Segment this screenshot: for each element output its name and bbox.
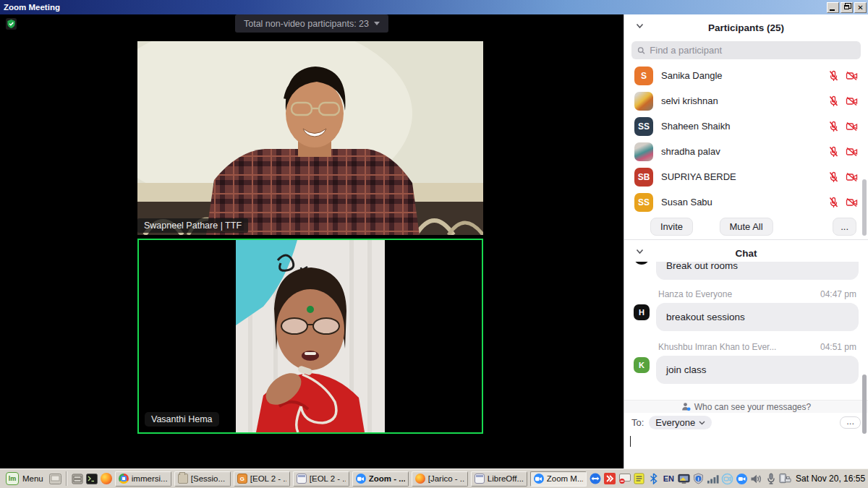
mute-all-button[interactable]: Mute All [719,218,773,236]
taskbar-window-zoom[interactable]: Zoom - ... [352,471,409,487]
avatar: SS [634,117,653,136]
menu-button[interactable]: lm Menu [3,471,46,486]
participant-name-tag: Vasanthi Hema [145,412,219,427]
system-tray: EN i Sat Nov 20, 16:55 [590,473,868,485]
participant-row[interactable]: SS Susan Sabu [624,189,868,215]
avatar: S [634,67,653,85]
recipient-selector[interactable]: Everyone [649,416,712,429]
keyboard-layout-indicator[interactable]: EN [662,474,676,483]
zoom-icon [534,474,544,484]
svg-text:i: i [698,476,699,481]
taskbar-window-zoom-meeting[interactable]: Zoom M... [530,471,587,487]
video-tile-vasanthi[interactable]: Vasanthi Hema [137,239,483,434]
video-tile-swapneel[interactable]: Swapneel Pathare | TTF [137,41,483,235]
participant-row[interactable]: S Sanika Dangle [624,63,868,88]
chat-scrollbar[interactable] [862,374,867,434]
shield-info-icon[interactable]: i [692,473,705,485]
show-desktop-button[interactable] [49,472,61,486]
participant-name: SUPRIYA BERDE [661,171,820,182]
avatar [634,262,650,265]
search-input[interactable] [650,45,855,56]
taskbar-window-session[interactable]: [Sessio... [174,471,231,487]
volume-icon[interactable] [750,473,762,485]
devices-icon[interactable] [779,473,791,485]
window-icon [297,474,307,484]
chat-more-button[interactable]: ... [840,416,861,429]
avatar: SB [634,168,653,187]
chat-time: 04:47 pm [820,289,856,299]
window-title: Zoom Meeting [0,3,60,12]
minimize-icon [830,9,835,11]
firefox-icon [415,474,425,484]
participant-row[interactable]: shradha palav [624,139,868,164]
mic-muted-icon [828,171,839,183]
chat-message: K Khushbu Imran Khan to Ever... 04:51 pm… [634,342,859,384]
non-video-participants-badge[interactable]: Total non-video participants: 23 [235,14,388,33]
participant-name-tag: Swapneel Pathare | TTF [137,218,248,233]
participant-row[interactable]: selvi krishnan [624,88,868,114]
mic-muted-icon [828,197,839,208]
person-icon [681,402,691,411]
display-settings-icon[interactable] [678,473,690,485]
search-icon [637,46,645,55]
chrome-icon [119,474,129,484]
taskbar-separator [66,471,67,486]
mic-muted-icon [828,95,839,107]
chat-input[interactable] [624,432,868,468]
microphone-icon[interactable] [765,473,777,485]
chat-sender: Hanza to Everyone [658,289,820,299]
caret-down-icon [374,22,380,25]
participants-scrollbar[interactable] [862,179,867,236]
clipboard-notes-icon[interactable] [633,473,645,485]
avatar: K [634,357,650,373]
participants-actions: Invite Mute All ... [624,215,868,239]
chat-title: Chat [736,248,757,259]
video-off-icon [846,147,858,157]
invite-button[interactable]: Invite [650,218,693,236]
taskbar-window-immersive[interactable]: immersi... [115,471,171,487]
collapse-participants-chevron-icon[interactable] [636,23,644,29]
chat-message: Break out rooms [634,262,859,280]
text-caret [630,436,631,447]
chat-sender: Khushbu Imran Khan to Ever... [658,342,820,352]
participants-more-button[interactable]: ... [833,218,856,236]
chat-message-list[interactable]: Break out rooms H Hanza to Everyone 04:4… [624,262,868,400]
video-off-icon [846,121,858,132]
file-manager-icon[interactable] [72,472,83,486]
minimize-button[interactable] [827,2,839,13]
restore-icon [844,5,849,9]
chat-privacy-note[interactable]: Who can see your messages? [624,400,868,413]
meeting-security-shield-icon[interactable] [6,18,17,30]
taskbar-window-jarico[interactable]: [Jarico - ... [412,471,468,487]
bluetooth-icon[interactable] [647,473,660,485]
participant-row[interactable]: SB SUPRIYA BERDE [624,164,868,189]
network-signal-icon[interactable] [707,473,719,485]
participant-name: Susan Sabu [661,197,820,207]
chat-time: 04:51 pm [820,342,856,352]
video-off-icon [846,197,858,207]
taskbar-window-eol2-b[interactable]: [EOL 2 - ... [293,471,349,487]
teamviewer-icon[interactable] [590,473,602,485]
terminal-icon[interactable] [86,472,98,486]
close-button[interactable]: ✕ [854,2,867,13]
menu-label: Menu [22,474,43,483]
restore-button[interactable] [841,2,853,13]
participant-search[interactable] [631,41,861,59]
taskbar-window-eol2-a[interactable]: G [EOL 2 - ... [234,471,290,487]
chat-recipient-row: To: Everyone ... [624,413,868,432]
clock[interactable]: Sat Nov 20, 16:55 [793,474,868,484]
chevron-down-icon [699,421,705,425]
chat-message: H Hanza to Everyone 04:47 pm breakout se… [634,289,859,331]
chat-header: Chat [624,244,868,262]
red-app-icon[interactable] [604,473,616,485]
avatar-photo [634,142,653,161]
firefox-icon[interactable] [101,472,112,486]
camera-outline-icon[interactable] [721,473,733,485]
camera-filled-icon[interactable] [736,473,748,485]
participant-row[interactable]: SS Shaheen Shaikh [624,114,868,139]
collapse-chat-chevron-icon[interactable] [636,249,644,254]
chat-muted-icon[interactable] [618,473,631,485]
video-stage: Total non-video participants: 23 [0,14,624,468]
linux-mint-logo-icon: lm [6,472,19,485]
taskbar-window-libreoffice[interactable]: LibreOff... [471,471,527,487]
